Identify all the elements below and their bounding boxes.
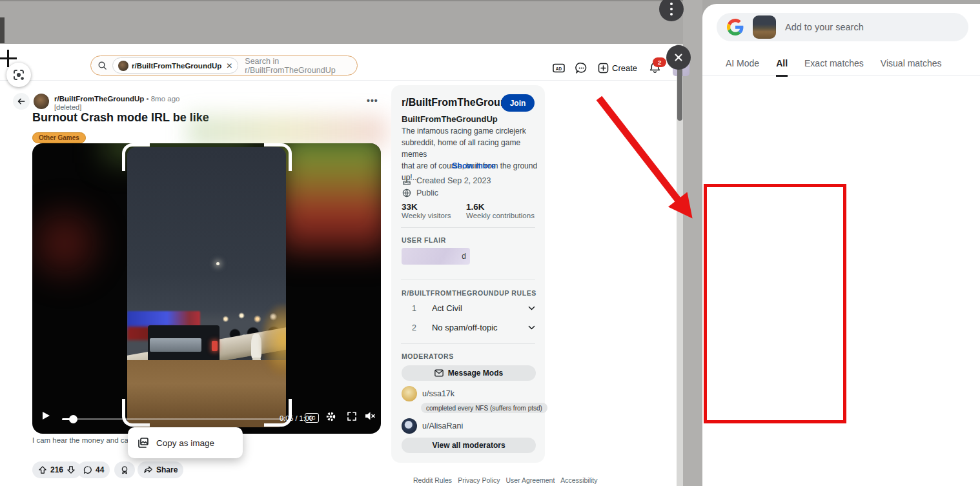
comments-pill[interactable]: 44 xyxy=(77,461,110,478)
back-arrow-icon xyxy=(17,97,26,106)
footer-link[interactable]: Accessibility xyxy=(560,476,597,484)
stat-weekly-visitors: 33K Weekly visitors xyxy=(402,202,451,219)
user-flair-chip[interactable]: d xyxy=(402,248,470,265)
moderator-avatar xyxy=(402,386,417,401)
scene-layer xyxy=(281,143,381,256)
post-subreddit-name[interactable]: r/BuiltFromTheGroundUp xyxy=(54,95,144,103)
vote-count: 216 xyxy=(50,465,63,474)
kebab-menu-icon xyxy=(670,1,673,17)
scene-layer xyxy=(251,334,261,359)
user-flair-heading: USER FLAIR xyxy=(402,236,446,244)
visibility-row: Public xyxy=(402,188,438,198)
tab-all[interactable]: All xyxy=(776,58,788,77)
moderator-row[interactable]: u/ssa17k xyxy=(402,386,454,401)
vote-pill[interactable]: 216 xyxy=(32,461,81,478)
divider xyxy=(401,227,535,228)
search-scope-chip[interactable]: r/BuiltFromTheGroundUp ✕ xyxy=(112,57,238,74)
rule-row[interactable]: 2 No spam/off-topic xyxy=(412,323,536,332)
dimmed-left-sliver xyxy=(0,17,5,43)
share-label: Share xyxy=(156,465,178,474)
video-player[interactable]: 0:05 / 1:00 CC xyxy=(32,143,381,434)
post-time: • 8mo ago xyxy=(146,95,179,103)
show-more-link[interactable]: Show more xyxy=(452,161,495,170)
settings-gear-icon[interactable] xyxy=(325,411,336,422)
lens-tabs: AI Mode All Exact matches Visual matches xyxy=(726,58,942,77)
lens-query-thumbnail xyxy=(753,15,776,39)
footer-link[interactable]: User Agreement xyxy=(505,476,555,484)
visibility-label: Public xyxy=(416,188,438,197)
upvote-icon[interactable] xyxy=(38,465,47,474)
overlay-close-button[interactable] xyxy=(666,45,691,70)
award-pill[interactable] xyxy=(114,461,135,478)
video-progress-handle[interactable] xyxy=(69,415,77,423)
view-all-moderators-button[interactable]: View all moderators xyxy=(402,438,536,453)
lens-selection-corner[interactable] xyxy=(122,399,150,427)
notifications-bell[interactable]: 2 xyxy=(649,61,661,74)
globe-icon xyxy=(402,188,412,198)
chevron-down-icon[interactable] xyxy=(527,323,536,332)
highlight-box xyxy=(704,184,846,423)
footer-link[interactable]: Reddit Rules xyxy=(413,476,452,484)
comment-count: 44 xyxy=(96,465,104,474)
reddit-search-bar[interactable]: r/BuiltFromTheGroundUp ✕ Search in r/Bui… xyxy=(90,56,358,76)
search-placeholder: Search in r/BuiltFromTheGroundUp xyxy=(245,57,351,75)
lens-search-bar[interactable]: Add to your search xyxy=(717,13,968,41)
screenshot-root: r/BuiltFromTheGroundUp ✕ Search in r/Bui… xyxy=(0,0,980,486)
video-progress-track[interactable] xyxy=(62,418,285,420)
mute-icon[interactable] xyxy=(364,410,376,421)
post-subreddit-avatar[interactable] xyxy=(34,94,49,109)
search-icon xyxy=(97,61,107,70)
share-icon xyxy=(143,465,153,474)
post-flair-badge[interactable]: Other Games xyxy=(32,132,86,143)
copy-as-image-menu[interactable]: Copy as image xyxy=(128,427,243,458)
lens-selector-button[interactable] xyxy=(6,63,31,87)
tab-exact-matches[interactable]: Exact matches xyxy=(804,58,864,77)
rule-row[interactable]: 1 Act Civil xyxy=(412,303,536,313)
post-author: [deleted] xyxy=(54,103,81,111)
cake-icon xyxy=(402,176,412,186)
scene-layer xyxy=(212,341,218,351)
downvote-icon[interactable] xyxy=(66,465,76,474)
search-chip-label: r/BuiltFromTheGroundUp xyxy=(132,62,221,70)
join-button[interactable]: Join xyxy=(501,94,535,112)
dimmed-backdrop-top xyxy=(0,0,702,44)
back-button[interactable] xyxy=(13,93,30,110)
footer-link[interactable]: Privacy Policy xyxy=(458,476,500,484)
advertise-icon[interactable]: AD xyxy=(553,63,565,74)
close-icon xyxy=(673,52,684,63)
tab-ai-mode[interactable]: AI Mode xyxy=(726,58,759,77)
notification-badge: 2 xyxy=(653,57,666,67)
moderator-name[interactable]: u/AlisaRani xyxy=(422,421,463,430)
post-options-icon[interactable]: ••• xyxy=(367,96,378,106)
lens-selection-corner[interactable] xyxy=(264,143,292,171)
tab-visual-matches[interactable]: Visual matches xyxy=(881,58,942,77)
create-label: Create xyxy=(612,63,637,73)
divider xyxy=(401,343,535,344)
subreddit-avatar xyxy=(118,61,128,71)
moderator-flair: completed every NFS (suffers from ptsd) xyxy=(421,403,547,413)
lens-search-placeholder: Add to your search xyxy=(785,22,864,32)
create-button[interactable]: Create xyxy=(598,63,637,74)
sidebar-title[interactable]: r/BuiltFromTheGroun... xyxy=(402,97,515,108)
chip-close-icon[interactable]: ✕ xyxy=(226,61,232,70)
google-lens-icon xyxy=(12,68,25,81)
created-row: Created Sep 2, 2023 xyxy=(402,176,491,186)
subreddit-description: The infamous racing game circlejerk subr… xyxy=(402,125,540,183)
rules-heading: R/BUILTFROMTHEGROUNDUP RULES xyxy=(402,289,536,297)
moderator-name[interactable]: u/ssa17k xyxy=(422,389,454,398)
divider xyxy=(401,279,535,279)
svg-text:AD: AD xyxy=(556,66,562,70)
lens-selection-corner[interactable] xyxy=(264,399,292,427)
created-label: Created Sep 2, 2023 xyxy=(416,176,491,185)
comment-icon xyxy=(83,465,92,474)
captions-icon[interactable]: CC xyxy=(305,413,319,423)
share-pill[interactable]: Share xyxy=(138,461,183,478)
chevron-down-icon[interactable] xyxy=(527,304,536,312)
fullscreen-icon[interactable] xyxy=(347,411,357,421)
lens-selection-corner[interactable] xyxy=(122,143,150,171)
video-frame[interactable] xyxy=(127,147,286,427)
chat-icon[interactable] xyxy=(575,62,587,74)
message-mods-button[interactable]: Message Mods xyxy=(402,365,536,381)
moderator-row[interactable]: u/AlisaRani xyxy=(402,418,463,434)
play-button[interactable] xyxy=(41,410,51,421)
